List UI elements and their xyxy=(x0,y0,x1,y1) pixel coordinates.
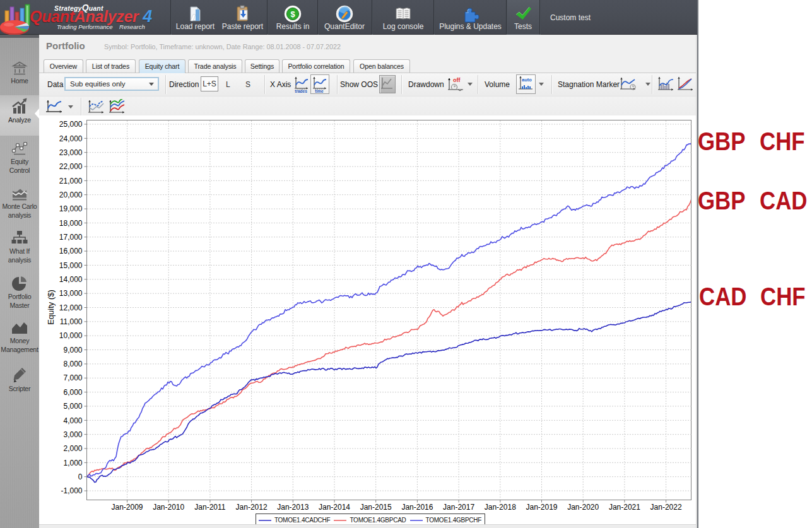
svg-text:17,000: 17,000 xyxy=(59,233,83,242)
svg-text:Jan-2016: Jan-2016 xyxy=(401,503,433,512)
svg-text:Jan-2019: Jan-2019 xyxy=(526,503,557,512)
svg-text:-1,000: -1,000 xyxy=(61,486,82,495)
svg-text:20,000: 20,000 xyxy=(59,191,83,199)
svg-text:11,000: 11,000 xyxy=(60,317,83,326)
svg-text:off: off xyxy=(453,77,461,83)
svg-text:13,000: 13,000 xyxy=(59,289,83,298)
svg-text:Jan-2021: Jan-2021 xyxy=(609,503,640,512)
svg-text:$: $ xyxy=(290,9,295,19)
svg-text:trades: trades xyxy=(295,89,307,93)
svg-text:time: time xyxy=(315,89,324,93)
svg-text:Jan-2014: Jan-2014 xyxy=(319,503,350,512)
svg-text:0: 0 xyxy=(78,472,83,481)
svg-text:12,000: 12,000 xyxy=(59,303,83,312)
svg-text:2,000: 2,000 xyxy=(63,444,82,453)
svg-text:Jan-2020: Jan-2020 xyxy=(567,503,599,512)
svg-text:Jan-2022: Jan-2022 xyxy=(650,503,682,512)
svg-text:23,000: 23,000 xyxy=(59,148,83,157)
svg-text:25,000: 25,000 xyxy=(59,120,83,129)
svg-text:4,000: 4,000 xyxy=(63,416,82,425)
svg-text:7,000: 7,000 xyxy=(63,373,82,382)
svg-text:6,000: 6,000 xyxy=(63,388,82,397)
svg-text:22,000: 22,000 xyxy=(59,162,83,171)
svg-text:19,000: 19,000 xyxy=(59,204,83,213)
svg-text:10,000: 10,000 xyxy=(59,331,83,340)
svg-text:Jan-2017: Jan-2017 xyxy=(443,503,474,512)
svg-text:16,000: 16,000 xyxy=(59,247,83,255)
svg-text:Jan-2015: Jan-2015 xyxy=(360,503,392,512)
svg-text:auto: auto xyxy=(522,77,532,83)
svg-text:18,000: 18,000 xyxy=(59,219,83,228)
svg-text:15,000: 15,000 xyxy=(59,261,83,270)
svg-text:5,000: 5,000 xyxy=(63,402,82,411)
svg-text:24,000: 24,000 xyxy=(59,134,83,143)
svg-text:14,000: 14,000 xyxy=(59,275,83,284)
svg-text:Jan-2018: Jan-2018 xyxy=(485,503,516,512)
svg-text:21,000: 21,000 xyxy=(59,177,83,185)
svg-text:1,000: 1,000 xyxy=(63,459,82,467)
svg-text:Jan-2013: Jan-2013 xyxy=(277,503,309,512)
svg-text:Equity ($): Equity ($) xyxy=(46,290,56,325)
svg-text:Jan-2012: Jan-2012 xyxy=(236,503,268,512)
svg-text:Jan-2009: Jan-2009 xyxy=(111,503,143,512)
svg-text:9,000: 9,000 xyxy=(63,346,82,355)
svg-text:Jan-2011: Jan-2011 xyxy=(194,503,225,512)
svg-text:8,000: 8,000 xyxy=(63,360,82,368)
svg-text:Jan-2010: Jan-2010 xyxy=(153,503,184,512)
svg-text:3,000: 3,000 xyxy=(63,430,82,439)
